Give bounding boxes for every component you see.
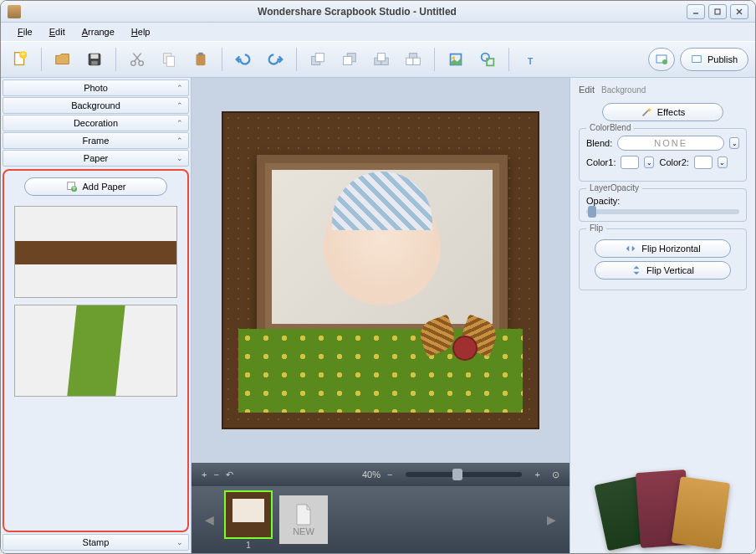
strip-prev-button[interactable]: ◀ [202,513,217,526]
strip-next-button[interactable]: ▶ [544,513,559,526]
svg-point-29 [452,56,455,59]
undo-button[interactable] [231,47,256,72]
accordion-decoration[interactable]: Decoration⌃ [3,115,189,131]
colorblend-label: ColorBlend [586,123,634,132]
new-page-icon [294,503,314,526]
paper-section: + Add Paper [3,169,189,532]
menubar: File Edit Arrange Help [1,23,755,41]
paper-thumb-2[interactable] [14,305,177,397]
edit-subtitle: Background [601,85,646,95]
svg-rect-21 [344,56,352,64]
add-paper-label: Add Paper [83,182,126,192]
redo-button[interactable] [263,47,288,72]
menu-help[interactable]: Help [125,25,157,38]
color2-dropdown-icon[interactable]: ⌄ [718,156,728,168]
new-page-button[interactable]: + [8,47,33,72]
svg-rect-16 [197,54,206,66]
menu-arrange[interactable]: Arrange [75,25,121,38]
accordion-background[interactable]: Background⌃ [3,97,189,114]
menu-edit[interactable]: Edit [43,25,72,38]
color2-swatch[interactable] [694,156,713,169]
svg-point-30 [482,54,489,61]
zoom-in-icon[interactable]: + [202,469,207,480]
color1-dropdown-icon[interactable]: ⌄ [644,156,654,168]
zoom-bar: + − ↶ 40% − + ⊙ [192,463,570,486]
zoom-minus-button[interactable]: − [387,469,392,480]
svg-rect-15 [166,56,174,66]
publish-button[interactable]: Publish [680,48,748,71]
shape-button[interactable] [475,47,500,72]
fit-icon[interactable]: ↶ [226,469,233,480]
svg-rect-17 [198,53,203,56]
publish-label: Publish [707,54,738,64]
maximize-button[interactable] [708,4,727,19]
flip-horizontal-button[interactable]: Flip Horizontal [595,239,731,258]
svg-line-13 [133,54,140,62]
colorblend-fieldset: ColorBlend Blend: NONE ⌄ Color1: ⌄ Color… [579,128,747,182]
text-button[interactable]: T [518,47,543,72]
wand-icon [641,106,652,118]
app-window: Wondershare Scrapbook Studio - Untitled … [0,0,756,554]
promo-templates[interactable] [579,454,747,546]
blend-dropdown-icon[interactable]: ⌄ [729,137,739,149]
flip-v-label: Flip Vertical [646,265,694,275]
chevron-up-icon: ⌃ [176,101,183,110]
right-panel: Edit Background Effects ColorBlend Blend… [570,78,755,553]
paper-thumb-1[interactable] [14,206,177,298]
effects-button[interactable]: Effects [602,103,723,121]
crop-button[interactable] [443,47,468,72]
cut-button[interactable] [125,47,150,72]
canvas-area [192,78,570,463]
chevron-down-icon: ⌄ [176,154,183,162]
close-button[interactable] [730,4,748,19]
svg-line-12 [134,54,140,62]
color1-swatch[interactable] [621,156,639,169]
open-button[interactable] [50,47,75,72]
add-paper-button[interactable]: + Add Paper [24,177,167,196]
save-button[interactable] [82,47,107,72]
zoom-slider[interactable] [406,472,521,477]
paste-button[interactable] [188,47,213,72]
page-thumb-1[interactable] [224,490,273,539]
color1-label: Color1: [586,157,616,167]
accordion-stamp[interactable]: Stamp⌄ [3,534,189,551]
bring-to-front-button[interactable] [369,47,394,72]
blend-label: Blend: [586,138,612,148]
accordion-photo[interactable]: Photo⌃ [3,80,189,96]
photo-frame[interactable] [257,155,508,339]
flip-vertical-button[interactable]: Flip Vertical [595,261,731,280]
window-title: Wondershare Scrapbook Studio - Untitled [28,6,687,18]
zoom-reset-button[interactable]: ⊙ [552,469,559,480]
bring-forward-button[interactable] [305,47,330,72]
publish-icon [691,54,702,65]
menu-file[interactable]: File [11,25,39,38]
scrapbook-canvas[interactable] [222,111,539,429]
preview-button[interactable] [648,48,675,71]
zoom-plus-button[interactable]: + [535,469,540,480]
copy-button[interactable] [156,47,181,72]
svg-rect-19 [315,54,324,62]
svg-rect-27 [413,58,420,64]
opacity-slider[interactable] [586,209,739,214]
send-to-back-button[interactable] [401,47,426,72]
zoom-out-icon[interactable]: − [213,469,218,480]
page-label-1: 1 [246,541,251,550]
bow-decoration[interactable] [421,319,496,369]
chevron-up-icon: ⌃ [176,84,183,92]
edit-title: Edit [579,85,595,95]
toolbar: + T Publish [1,41,755,78]
center-panel: + − ↶ 40% − + ⊙ ◀ 1 NEW [192,78,570,553]
app-icon [8,5,21,18]
left-panel: Photo⌃ Background⌃ Decoration⌃ Frame⌃ Pa… [1,78,192,553]
send-backward-button[interactable] [337,47,362,72]
blend-select[interactable]: NONE [617,136,724,151]
svg-point-10 [131,61,136,66]
svg-rect-35 [692,56,702,63]
accordion-paper[interactable]: Paper⌄ [3,150,189,167]
new-page-thumb[interactable]: NEW [279,495,328,544]
svg-rect-8 [90,54,98,59]
layeropacity-fieldset: LayerOpacity Opacity: [579,188,747,222]
effects-label: Effects [657,107,685,117]
accordion-frame[interactable]: Frame⌃ [3,132,189,149]
minimize-button[interactable] [687,4,705,19]
